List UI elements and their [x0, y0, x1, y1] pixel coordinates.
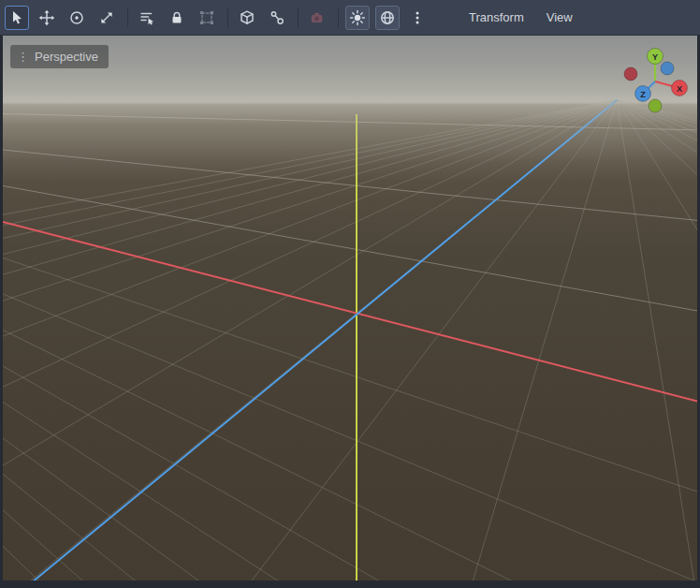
gizmo-x-negative-ball[interactable] [624, 67, 637, 81]
move-tool-button[interactable] [35, 6, 59, 30]
override-camera-icon [309, 9, 326, 26]
group-button[interactable] [195, 6, 219, 30]
lock-button[interactable] [165, 6, 189, 30]
scale-tool-button[interactable] [95, 6, 119, 30]
move-tool-icon [38, 9, 55, 26]
toolbar-separator [227, 8, 228, 27]
skeleton-icon [269, 9, 285, 26]
more-options-icon [409, 9, 426, 26]
vertical-dots-icon: ⋮ [17, 51, 29, 63]
more-options-button[interactable] [405, 6, 430, 30]
gizmo-y-label: Y [652, 52, 658, 62]
transform-menu[interactable]: Transform [459, 6, 533, 29]
x-axis-line [3, 220, 697, 404]
viewport-frame: ⋮ Perspective Y X Z [0, 36, 700, 588]
rotate-tool-icon [68, 9, 85, 26]
viewport-toolbar: Transform View [0, 0, 700, 36]
scale-tool-icon [98, 9, 115, 26]
gizmo-z-label: Z [640, 90, 646, 99]
mesh-cube-icon [239, 9, 255, 26]
override-camera-button[interactable] [305, 6, 329, 30]
perspective-label: Perspective [35, 50, 98, 64]
list-select-icon [139, 9, 155, 26]
skeleton-button[interactable] [265, 6, 289, 30]
toolbar-separator [298, 8, 299, 27]
gizmo-x-label: X [677, 84, 682, 94]
rotate-tool-button[interactable] [65, 6, 89, 30]
z-axis-line [16, 100, 617, 581]
lock-icon [168, 9, 185, 26]
gizmo-z-negative-ball[interactable] [661, 62, 674, 75]
3d-viewport[interactable]: ⋮ Perspective Y X Z [3, 36, 697, 581]
list-select-button[interactable] [135, 6, 159, 30]
perspective-menu-button[interactable]: ⋮ Perspective [10, 45, 109, 68]
preview-environment-button[interactable] [375, 6, 400, 30]
select-tool-icon [8, 9, 25, 26]
preview-sun-icon [349, 9, 366, 26]
preview-environment-icon [379, 9, 396, 26]
select-tool-button[interactable] [5, 6, 29, 30]
view-menu[interactable]: View [537, 6, 582, 29]
scene-svg [3, 36, 697, 581]
mesh-button[interactable] [235, 6, 259, 30]
toolbar-separator [338, 8, 339, 27]
gizmo-y-negative-ball[interactable] [649, 99, 662, 112]
ground-grid [3, 100, 697, 581]
toolbar-separator [127, 8, 128, 27]
group-icon [198, 9, 215, 26]
preview-sun-button[interactable] [345, 6, 370, 30]
orientation-gizmo[interactable]: Y X Z [605, 37, 697, 124]
